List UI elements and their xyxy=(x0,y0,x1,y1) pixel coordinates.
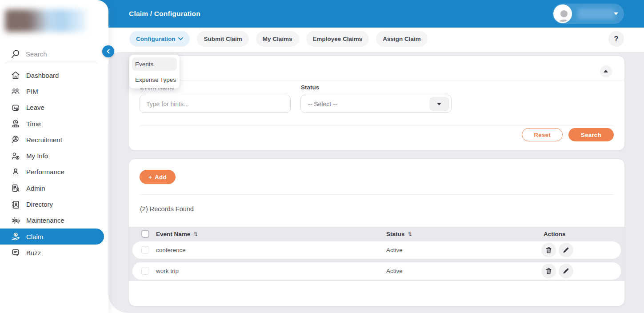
event-name-cell: conference xyxy=(156,247,186,253)
tab-employee-claims[interactable]: Employee Claims xyxy=(306,31,369,47)
avatar[interactable] xyxy=(553,4,572,23)
sidebar-item-recruitment[interactable]: Recruitment xyxy=(0,132,108,148)
pencil-icon xyxy=(562,267,570,275)
sidebar-item-dashboard[interactable]: Dashboard xyxy=(0,67,108,83)
sidebar-item-buzz[interactable]: Buzz xyxy=(0,245,108,261)
address-book-icon xyxy=(11,200,20,209)
column-header-actions: Actions xyxy=(544,231,566,237)
caret-down-icon xyxy=(437,103,441,105)
breadcrumb: Claim / Configuration xyxy=(129,10,200,18)
event-name-input[interactable] xyxy=(140,95,291,113)
sidebar-collapse-button[interactable] xyxy=(102,45,114,57)
status-cell: Active xyxy=(386,247,403,253)
search-button[interactable]: Search xyxy=(568,128,614,141)
results-divider xyxy=(140,194,614,195)
sidebar-divider xyxy=(4,63,97,63)
row-checkbox[interactable] xyxy=(141,267,149,275)
tab-configuration[interactable]: Configuration xyxy=(129,31,190,47)
delete-button[interactable] xyxy=(541,264,556,278)
pencil-icon xyxy=(562,246,570,254)
status-select-value: -- Select -- xyxy=(308,100,337,108)
trash-icon xyxy=(545,267,552,275)
sort-icon[interactable]: ⇅ xyxy=(193,231,198,237)
tab-submit-claim[interactable]: Submit Claim xyxy=(197,31,248,47)
events-filter-panel: Event Name Status -- Select -- Reset Sea… xyxy=(129,56,624,150)
plus-icon: + xyxy=(148,174,152,181)
event-name-cell: work trip xyxy=(156,268,179,274)
user-silhouette-icon xyxy=(554,7,572,23)
status-label: Status xyxy=(301,84,319,91)
sidebar-item-performance[interactable]: Performance xyxy=(0,164,108,180)
add-event-button[interactable]: + Add xyxy=(140,170,176,184)
sidebar-search[interactable]: Search xyxy=(0,46,98,62)
reset-button[interactable]: Reset xyxy=(522,128,563,141)
row-checkbox[interactable] xyxy=(141,246,149,254)
tab-assign-claim[interactable]: Assign Claim xyxy=(376,31,428,47)
chevron-left-icon xyxy=(106,49,110,54)
gear-wrench-icon xyxy=(11,216,20,225)
user-name-redacted xyxy=(578,8,615,19)
leave-icon xyxy=(11,103,20,112)
status-select-caret-button[interactable] xyxy=(429,97,449,111)
sidebar-item-my-info[interactable]: My Info xyxy=(0,148,108,164)
help-button[interactable]: ? xyxy=(608,31,624,47)
configuration-dropdown-menu: Events Expense Types xyxy=(129,55,180,88)
sidebar-item-pim[interactable]: PIM xyxy=(0,83,108,99)
records-found-text: (2) Records Found xyxy=(140,205,194,213)
module-tabbar: Configuration Submit Claim My Claims Emp… xyxy=(98,28,644,52)
person-stars-icon xyxy=(11,167,20,177)
form-divider xyxy=(140,125,614,125)
sidebar-search-placeholder: Search xyxy=(26,50,47,58)
content-area: Event Name Status -- Select -- Reset Sea… xyxy=(108,52,644,313)
sidebar-nav: Dashboard PIM Leave Time Recruit xyxy=(0,67,108,261)
menu-item-expense-types[interactable]: Expense Types xyxy=(135,74,176,85)
menu-item-events[interactable]: Events xyxy=(132,57,177,71)
table-row[interactable]: work trip Active xyxy=(132,262,621,280)
sidebar-item-claim[interactable]: Claim xyxy=(0,229,104,245)
chevron-up-icon xyxy=(604,70,608,72)
trash-icon xyxy=(545,246,552,254)
panel-header-divider xyxy=(129,80,624,80)
sidebar: Search Dashboard PIM Leave xyxy=(0,0,108,313)
sort-icon[interactable]: ⇅ xyxy=(408,231,412,237)
edit-button[interactable] xyxy=(559,243,573,257)
chat-bubble-icon xyxy=(11,248,20,257)
company-logo xyxy=(5,9,87,32)
topbar: Claim / Configuration xyxy=(98,0,644,28)
people-icon xyxy=(11,86,20,96)
app-window: Claim / Configuration Configuration Subm… xyxy=(0,0,644,313)
tab-my-claims[interactable]: My Claims xyxy=(256,31,299,47)
home-icon xyxy=(11,70,20,80)
search-icon xyxy=(10,49,20,59)
events-table: Event Name ⇅ Status ⇅ Actions conference… xyxy=(129,227,624,281)
status-cell: Active xyxy=(386,268,403,274)
sidebar-item-time[interactable]: Time xyxy=(0,116,108,132)
collapse-panel-button[interactable] xyxy=(600,65,612,77)
sidebar-item-admin[interactable]: Admin xyxy=(0,180,108,196)
sidebar-item-leave[interactable]: Leave xyxy=(0,100,108,116)
user-menu[interactable] xyxy=(552,4,624,24)
clock-icon xyxy=(11,119,20,128)
edit-button[interactable] xyxy=(559,264,573,278)
select-all-checkbox[interactable] xyxy=(141,230,149,238)
keypad-person-icon xyxy=(11,183,20,193)
sidebar-item-directory[interactable]: Directory xyxy=(0,196,108,212)
column-header-status: Status ⇅ xyxy=(386,231,412,237)
chevron-down-icon xyxy=(178,37,183,40)
delete-button[interactable] xyxy=(541,243,556,257)
column-header-event-name: Event Name ⇅ xyxy=(156,231,198,237)
table-row[interactable]: conference Active xyxy=(132,241,621,259)
person-info-icon xyxy=(11,151,20,161)
chevron-down-icon xyxy=(614,12,618,15)
hand-coin-icon xyxy=(11,232,20,241)
events-results-panel: + Add (2) Records Found Event Name ⇅ Sta… xyxy=(129,159,624,306)
magnifier-person-icon xyxy=(11,135,20,144)
table-header-row: Event Name ⇅ Status ⇅ Actions xyxy=(129,227,624,241)
status-select[interactable]: -- Select -- xyxy=(300,95,452,113)
sidebar-item-maintenance[interactable]: Maintenance xyxy=(0,213,108,229)
